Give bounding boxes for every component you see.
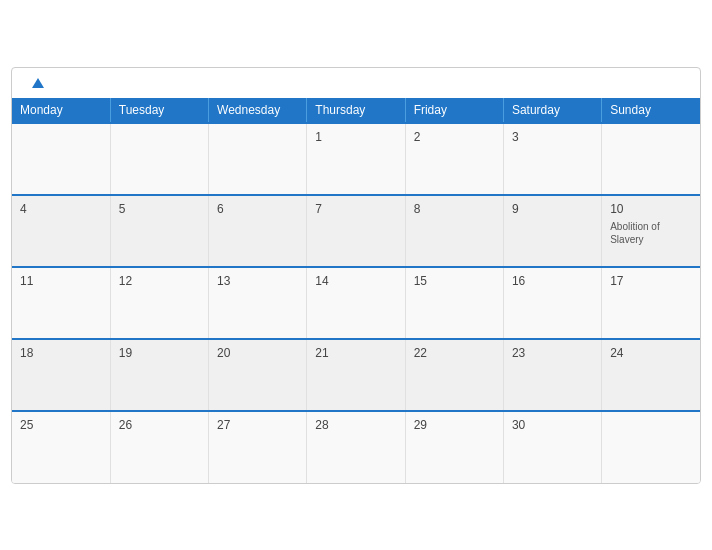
day-number: 10: [610, 202, 623, 216]
day-number: 4: [20, 202, 27, 216]
weekday-header-saturday: Saturday: [503, 98, 601, 123]
calendar-cell: 23: [503, 339, 601, 411]
calendar-cell: 20: [209, 339, 307, 411]
week-row-1: 123: [12, 123, 700, 195]
calendar-cell: [209, 123, 307, 195]
weekday-header-row: MondayTuesdayWednesdayThursdayFridaySatu…: [12, 98, 700, 123]
week-row-4: 18192021222324: [12, 339, 700, 411]
day-number: 20: [217, 346, 230, 360]
calendar-cell: 16: [503, 267, 601, 339]
week-row-2: 45678910Abolition of Slavery: [12, 195, 700, 267]
day-number: 27: [217, 418, 230, 432]
calendar-cell: 17: [602, 267, 700, 339]
calendar-cell: 21: [307, 339, 405, 411]
day-number: 22: [414, 346, 427, 360]
calendar-cell: [110, 123, 208, 195]
calendar-cell: 30: [503, 411, 601, 483]
calendar-cell: 15: [405, 267, 503, 339]
week-row-5: 252627282930: [12, 411, 700, 483]
day-number: 7: [315, 202, 322, 216]
event-label: Abolition of Slavery: [610, 220, 692, 246]
calendar-cell: 27: [209, 411, 307, 483]
calendar-cell: 29: [405, 411, 503, 483]
calendar-cell: 8: [405, 195, 503, 267]
calendar-cell: 26: [110, 411, 208, 483]
weekday-header-wednesday: Wednesday: [209, 98, 307, 123]
calendar-cell: 24: [602, 339, 700, 411]
calendar: MondayTuesdayWednesdayThursdayFridaySatu…: [11, 67, 701, 484]
calendar-cell: 25: [12, 411, 110, 483]
weekday-header-monday: Monday: [12, 98, 110, 123]
day-number: 15: [414, 274, 427, 288]
day-number: 12: [119, 274, 132, 288]
day-number: 5: [119, 202, 126, 216]
calendar-cell: [602, 411, 700, 483]
day-number: 13: [217, 274, 230, 288]
calendar-cell: [602, 123, 700, 195]
logo-triangle-icon: [32, 78, 44, 88]
day-number: 18: [20, 346, 33, 360]
calendar-cell: 22: [405, 339, 503, 411]
calendar-cell: 18: [12, 339, 110, 411]
calendar-cell: 19: [110, 339, 208, 411]
calendar-cell: 4: [12, 195, 110, 267]
day-number: 30: [512, 418, 525, 432]
day-number: 29: [414, 418, 427, 432]
weekday-header-sunday: Sunday: [602, 98, 700, 123]
calendar-cell: [12, 123, 110, 195]
calendar-cell: 13: [209, 267, 307, 339]
weekday-header-tuesday: Tuesday: [110, 98, 208, 123]
weekday-header-friday: Friday: [405, 98, 503, 123]
calendar-table: MondayTuesdayWednesdayThursdayFridaySatu…: [12, 98, 700, 483]
calendar-cell: 2: [405, 123, 503, 195]
day-number: 14: [315, 274, 328, 288]
week-row-3: 11121314151617: [12, 267, 700, 339]
day-number: 25: [20, 418, 33, 432]
calendar-cell: 6: [209, 195, 307, 267]
day-number: 9: [512, 202, 519, 216]
day-number: 28: [315, 418, 328, 432]
day-number: 8: [414, 202, 421, 216]
calendar-cell: 7: [307, 195, 405, 267]
calendar-cell: 3: [503, 123, 601, 195]
day-number: 21: [315, 346, 328, 360]
calendar-cell: 14: [307, 267, 405, 339]
calendar-cell: 5: [110, 195, 208, 267]
calendar-cell: 10Abolition of Slavery: [602, 195, 700, 267]
day-number: 19: [119, 346, 132, 360]
calendar-cell: 12: [110, 267, 208, 339]
day-number: 16: [512, 274, 525, 288]
calendar-cell: 28: [307, 411, 405, 483]
calendar-header: [12, 68, 700, 98]
day-number: 24: [610, 346, 623, 360]
calendar-cell: 11: [12, 267, 110, 339]
day-number: 23: [512, 346, 525, 360]
day-number: 2: [414, 130, 421, 144]
calendar-cell: 9: [503, 195, 601, 267]
day-number: 26: [119, 418, 132, 432]
weekday-header-thursday: Thursday: [307, 98, 405, 123]
day-number: 6: [217, 202, 224, 216]
logo: [30, 80, 44, 90]
day-number: 3: [512, 130, 519, 144]
calendar-cell: 1: [307, 123, 405, 195]
day-number: 17: [610, 274, 623, 288]
day-number: 11: [20, 274, 33, 288]
day-number: 1: [315, 130, 322, 144]
